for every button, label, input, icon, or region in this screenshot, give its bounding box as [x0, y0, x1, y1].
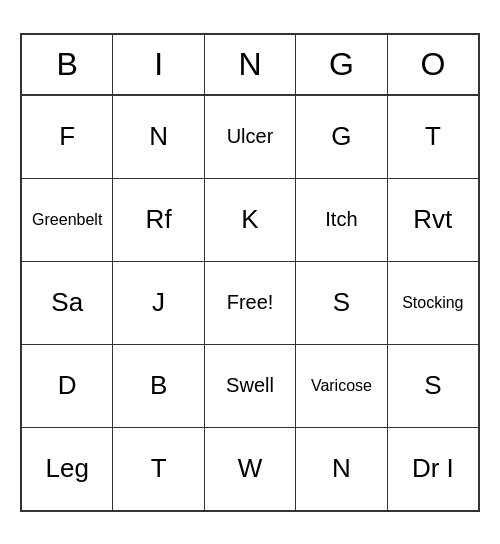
cell-3-2: J — [113, 262, 204, 344]
cell-2-4: Itch — [296, 179, 387, 261]
header-i: I — [113, 35, 204, 95]
cell-1-3: Ulcer — [205, 96, 296, 178]
cell-3-4: S — [296, 262, 387, 344]
cell-3-5: Stocking — [388, 262, 478, 344]
cell-1-4: G — [296, 96, 387, 178]
cell-4-5: S — [388, 345, 478, 427]
cell-5-4: N — [296, 428, 387, 510]
cell-5-3: W — [205, 428, 296, 510]
header-g: G — [296, 35, 387, 95]
row-2: Greenbelt Rf K Itch Rvt — [22, 179, 478, 262]
cell-1-1: F — [22, 96, 113, 178]
header-o: O — [388, 35, 478, 95]
cell-2-5: Rvt — [388, 179, 478, 261]
cell-2-3: K — [205, 179, 296, 261]
cell-4-2: B — [113, 345, 204, 427]
header-b: B — [22, 35, 113, 95]
cell-2-1: Greenbelt — [22, 179, 113, 261]
cell-5-5: Dr I — [388, 428, 478, 510]
cell-4-1: D — [22, 345, 113, 427]
bingo-card: B I N G O F N Ulcer G T — [20, 33, 480, 512]
cell-4-4: Varicose — [296, 345, 387, 427]
cell-3-3: Free! — [205, 262, 296, 344]
row-4: D B Swell Varicose S — [22, 345, 478, 428]
header-n: N — [205, 35, 296, 95]
row-5: Leg T W N Dr I — [22, 428, 478, 510]
cell-5-1: Leg — [22, 428, 113, 510]
cell-1-5: T — [388, 96, 478, 178]
row-1: F N Ulcer G T — [22, 96, 478, 179]
cell-4-3: Swell — [205, 345, 296, 427]
header-row: B I N G O — [22, 35, 478, 96]
row-3: Sa J Free! S Stocking — [22, 262, 478, 345]
cell-1-2: N — [113, 96, 204, 178]
cell-3-1: Sa — [22, 262, 113, 344]
cell-2-2: Rf — [113, 179, 204, 261]
cell-5-2: T — [113, 428, 204, 510]
